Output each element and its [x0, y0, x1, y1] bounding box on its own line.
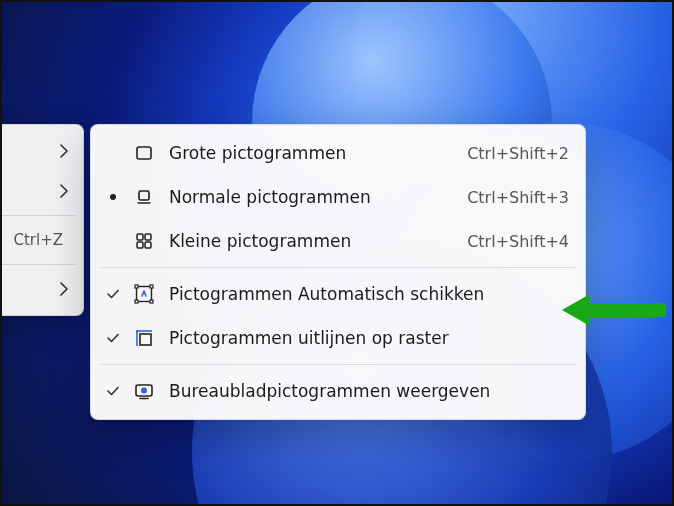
menu-item-label: Normale pictogrammen	[161, 187, 467, 207]
svg-point-17	[141, 388, 147, 394]
svg-rect-15	[140, 334, 151, 345]
parent-menu-item[interactable]	[0, 171, 83, 211]
menu-item-label: Grote pictogrammen	[161, 143, 467, 163]
menu-item-large-icons[interactable]: Grote pictogrammen Ctrl+Shift+2	[91, 131, 585, 175]
chevron-right-icon	[60, 282, 69, 296]
menu-item-label: Pictogrammen uitlijnen op raster	[161, 328, 569, 348]
view-submenu[interactable]: Grote pictogrammen Ctrl+Shift+2 Normale …	[90, 124, 586, 420]
check-icon	[99, 384, 127, 398]
shortcut-label: Ctrl+Shift+2	[467, 144, 569, 163]
menu-item-show-desktop-icons[interactable]: Bureaubladpictogrammen weergeven	[91, 369, 585, 413]
chevron-right-icon	[60, 144, 69, 158]
svg-rect-5	[145, 234, 151, 240]
chevron-right-icon	[60, 184, 69, 198]
svg-rect-10	[150, 285, 153, 288]
parent-menu-item[interactable]	[0, 269, 83, 309]
svg-rect-12	[150, 300, 153, 303]
menu-item-medium-icons[interactable]: Normale pictogrammen Ctrl+Shift+3	[91, 175, 585, 219]
svg-point-1	[110, 194, 116, 200]
shortcut-label: Ctrl+Shift+3	[467, 188, 569, 207]
menu-item-auto-arrange[interactable]: Pictogrammen Automatisch schikken	[91, 272, 585, 316]
shortcut-label: Ctrl+Z	[13, 231, 63, 249]
svg-rect-9	[135, 285, 138, 288]
svg-rect-2	[139, 191, 149, 200]
svg-rect-6	[137, 242, 143, 248]
medium-icons-icon	[127, 187, 161, 207]
align-grid-icon	[127, 328, 161, 348]
parent-menu-item-undo[interactable]: Ctrl+Z	[0, 220, 83, 260]
show-desktop-icons-icon	[127, 381, 161, 401]
menu-item-label: Kleine pictogrammen	[161, 231, 467, 251]
small-icons-icon	[127, 231, 161, 251]
large-icons-icon	[127, 143, 161, 163]
svg-rect-4	[137, 234, 143, 240]
svg-rect-8	[137, 287, 152, 302]
menu-item-small-icons[interactable]: Kleine pictogrammen Ctrl+Shift+4	[91, 219, 585, 263]
menu-item-align-grid[interactable]: Pictogrammen uitlijnen op raster	[91, 316, 585, 360]
svg-rect-0	[137, 147, 151, 159]
menu-separator	[0, 264, 75, 265]
menu-item-label: Pictogrammen Automatisch schikken	[161, 284, 569, 304]
radio-selected-icon	[99, 193, 127, 201]
menu-separator	[101, 364, 575, 365]
svg-rect-7	[145, 242, 151, 248]
menu-item-label: Bureaubladpictogrammen weergeven	[161, 381, 569, 401]
check-icon	[99, 287, 127, 301]
desktop-context-menu[interactable]: Ctrl+Z	[0, 124, 84, 316]
menu-separator	[0, 215, 75, 216]
parent-menu-item[interactable]	[0, 131, 83, 171]
svg-rect-11	[135, 300, 138, 303]
shortcut-label: Ctrl+Shift+4	[467, 232, 569, 251]
auto-arrange-icon	[127, 284, 161, 304]
menu-separator	[101, 267, 575, 268]
check-icon	[99, 331, 127, 345]
